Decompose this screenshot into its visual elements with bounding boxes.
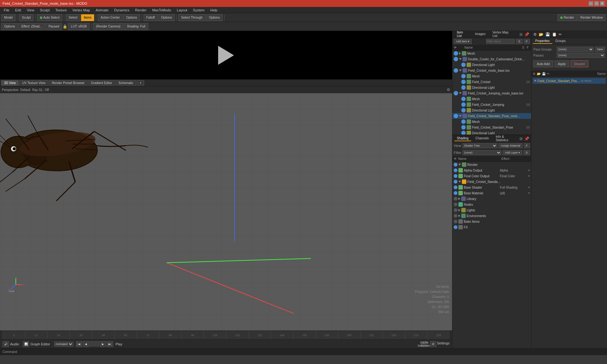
action-center-button[interactable]: Action Center: [98, 14, 123, 21]
sculpt-button[interactable]: Sculpt: [19, 14, 34, 21]
filter-f-button[interactable]: F: [524, 39, 530, 44]
auto-select-button[interactable]: Auto Select: [37, 14, 62, 21]
pin-icon-shader[interactable]: 📌: [524, 136, 529, 141]
viewport-3d[interactable]: X Y Z Persp No Items Polygons: Catmull-C…: [0, 93, 452, 331]
tab-uvtexture[interactable]: UV Texture View: [19, 80, 48, 86]
shader-eye-toggle[interactable]: [454, 203, 457, 206]
eye-toggle[interactable]: [461, 102, 466, 107]
minimize-button[interactable]: ─: [589, 1, 593, 6]
menu-system[interactable]: System: [190, 8, 207, 13]
discard-button[interactable]: Discard: [571, 60, 588, 67]
tab-channels[interactable]: Channels: [473, 136, 491, 141]
dropdown-icon[interactable]: ▾: [528, 191, 530, 195]
eye-toggle[interactable]: [454, 91, 458, 95]
shader-item[interactable]: Final Color Output Final Color ▾: [452, 173, 531, 179]
shader-s-button[interactable]: S: [524, 150, 530, 155]
shader-item[interactable]: Nodes: [452, 202, 531, 207]
eye-toggle[interactable]: [461, 97, 466, 101]
list-item[interactable]: Field_Cricket_modo_base.lxo: [452, 68, 531, 73]
menu-dynamics[interactable]: Dynamics: [112, 8, 132, 13]
tab-gradienteditor[interactable]: Gradient Editor: [88, 80, 115, 86]
list-item[interactable]: Field_Cricket_Standart_Pose (2): [452, 124, 531, 130]
expand-arrow[interactable]: [459, 70, 462, 71]
skip-start-button[interactable]: |◀: [76, 341, 82, 347]
shader-eye-toggle[interactable]: [454, 208, 457, 212]
add-item-button[interactable]: Add Item ▾: [454, 39, 472, 44]
menu-edit[interactable]: Edit: [13, 8, 24, 13]
falloff-button[interactable]: Falloff: [144, 14, 158, 21]
eye-toggle[interactable]: [454, 57, 458, 61]
shader-item[interactable]: Lights: [452, 207, 531, 213]
prev-frame-button[interactable]: ◀: [83, 341, 89, 347]
shader-eye-toggle[interactable]: [454, 168, 457, 172]
list-item[interactable]: Field_Cricket (2): [452, 79, 531, 85]
render-window-button[interactable]: Render Window: [578, 14, 606, 21]
options2-button[interactable]: Options: [158, 14, 175, 21]
tab-item-list[interactable]: Item List: [454, 30, 471, 39]
add-layer-button[interactable]: Add Layer ▾: [503, 150, 522, 155]
list-item[interactable]: Mesh: [452, 73, 531, 79]
dropdown-icon[interactable]: ▾: [528, 174, 530, 178]
tab-plus[interactable]: +: [137, 80, 144, 86]
eye-toggle[interactable]: [454, 51, 458, 56]
filter-items-input[interactable]: [486, 39, 515, 44]
select-button[interactable]: Select: [66, 14, 80, 21]
scene-item[interactable]: Field_Cricket_Standart_Pos... 10 Items: [533, 78, 606, 84]
far-right-icon-5[interactable]: ✏: [559, 32, 562, 37]
items-button[interactable]: Items: [81, 14, 94, 21]
menu-vertexmap[interactable]: Vertex Map: [70, 8, 93, 13]
tab-info[interactable]: Info & Statistics: [493, 134, 516, 143]
pin-icon[interactable]: 📌: [524, 32, 529, 37]
playback-settings-button[interactable]: ⚙: [430, 341, 436, 347]
tab-images[interactable]: Images: [473, 32, 488, 37]
eye-toggle[interactable]: [461, 74, 466, 78]
filter-s-button[interactable]: S: [516, 39, 522, 44]
select-through-button[interactable]: Select Through: [178, 14, 205, 21]
shader-item[interactable]: Base Material (all) ▾: [452, 190, 531, 196]
eye-toggle[interactable]: [461, 85, 466, 90]
shader-filter-select[interactable]: (none): [463, 150, 501, 155]
shader-eye-toggle[interactable]: [454, 191, 457, 195]
effect-button[interactable]: Effect: (Shad...: [18, 23, 45, 30]
shader-item[interactable]: Base Shader Full Shading ▾: [452, 185, 531, 190]
play-button[interactable]: [218, 46, 234, 65]
eye-toggle[interactable]: [461, 125, 466, 130]
far-right-icon-3[interactable]: 💾: [545, 32, 550, 37]
expand-arrow[interactable]: [459, 115, 462, 117]
eye-toggle[interactable]: [461, 108, 466, 112]
list-item[interactable]: Field_Cricket_Jumping (2): [452, 102, 531, 107]
next-frame-button[interactable]: ▶|: [107, 341, 113, 347]
list-item[interactable]: Field_Cricket_Standart_Pose_mod...: [452, 113, 531, 119]
scene-icon-4[interactable]: ✏: [547, 72, 549, 76]
shader-item[interactable]: Environments: [452, 213, 531, 219]
far-right-icon-1[interactable]: ⚙: [533, 32, 537, 37]
expand-arrow[interactable]: [459, 92, 462, 94]
shader-item[interactable]: Field_Cricket_Standart_Po...: [452, 179, 531, 185]
timeline-ruler[interactable]: 0 12 24 36 48 60 72 84 96 108 120 132 14…: [3, 331, 450, 339]
list-item[interactable]: Mesh: [452, 96, 531, 102]
paused-button[interactable]: Paused: [46, 23, 62, 30]
list-item[interactable]: Double_Cooler_for_Carbonated_Drink...: [452, 56, 531, 62]
options3-button[interactable]: Options: [206, 14, 223, 21]
eye-toggle[interactable]: [454, 68, 458, 73]
options-tab[interactable]: Options: [1, 23, 18, 30]
viewport-settings-icon[interactable]: ⚙: [447, 88, 450, 92]
shader-item[interactable]: FX: [452, 224, 531, 230]
shader-eye-toggle[interactable]: [454, 225, 457, 229]
dropdown-icon[interactable]: ▾: [528, 169, 530, 172]
shading-button[interactable]: Shading: Full: [124, 23, 148, 30]
shader-eye-toggle[interactable]: [454, 214, 457, 218]
menu-file[interactable]: File: [1, 8, 12, 13]
shader-eye-toggle[interactable]: [454, 174, 457, 178]
shader-eye-toggle[interactable]: [454, 180, 457, 184]
tab-3dview[interactable]: 3D View: [1, 80, 19, 86]
passes-select[interactable]: (none): [557, 53, 605, 58]
expand-icon[interactable]: ⊞: [519, 32, 523, 37]
list-item[interactable]: Directional Light: [452, 85, 531, 90]
expand-arrow[interactable]: [458, 215, 460, 217]
shader-eye-toggle[interactable]: [454, 185, 457, 189]
tab-groups[interactable]: Groups: [553, 39, 568, 44]
expand-arrow[interactable]: [458, 181, 461, 183]
play-pause-button[interactable]: ▶: [100, 341, 106, 347]
scene-icon-1[interactable]: ⚙: [533, 72, 536, 76]
